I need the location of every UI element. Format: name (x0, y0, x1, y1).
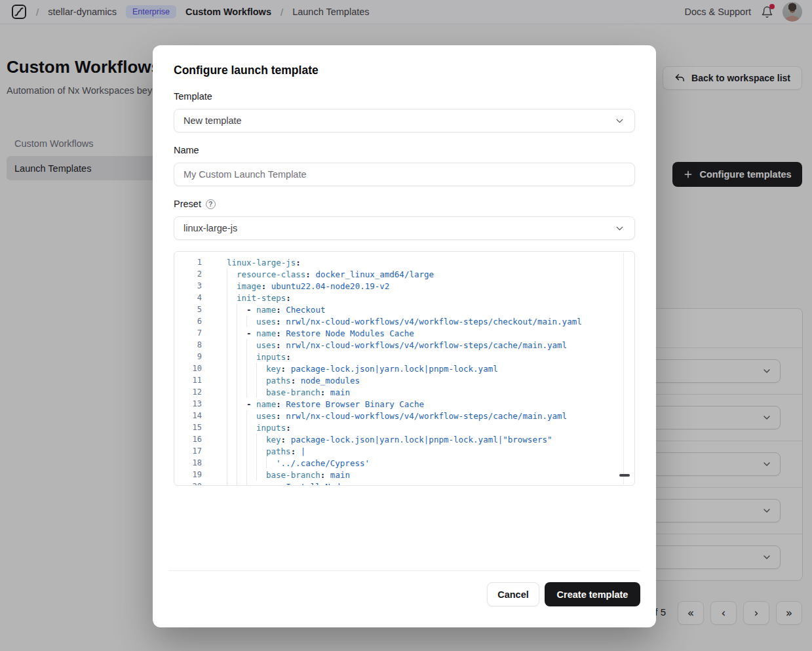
indent-guide (256, 469, 266, 481)
indent-guide (256, 457, 266, 469)
code-line: 10key: package-lock.json|yarn.lock|pnpm-… (174, 363, 634, 374)
indent-guide (246, 410, 256, 422)
indent-guide (227, 292, 237, 304)
indent-guide (246, 481, 256, 486)
code-line: 1linux-large-js: (174, 256, 634, 268)
code-line: 12base-branch: main (174, 386, 634, 398)
line-number: 8 (174, 340, 202, 349)
indent-guide (246, 457, 256, 469)
chevron-down-icon (614, 115, 625, 127)
indent-guide (237, 410, 246, 422)
indent-guide (256, 363, 266, 374)
indent-guide (256, 374, 266, 386)
line-number: 13 (174, 399, 202, 408)
preset-field-label: Preset ? (174, 199, 216, 209)
line-number: 2 (174, 269, 202, 279)
indent-guide (227, 410, 237, 422)
indent-guide (237, 339, 246, 351)
name-field-label: Name (174, 145, 199, 155)
indent-guide (227, 422, 237, 433)
indent-guide (227, 351, 237, 363)
line-number: 14 (174, 411, 202, 420)
indent-guide (237, 386, 246, 398)
line-number: 1 (174, 258, 202, 267)
code-line: 7- name: Restore Node Modules Cache (174, 327, 634, 339)
indent-guide (237, 433, 246, 445)
indent-guide (256, 386, 266, 398)
line-number: 16 (174, 435, 202, 444)
code-line: 8uses: nrwl/nx-cloud-workflows/v4/workfl… (174, 339, 634, 351)
indent-guide (227, 268, 237, 280)
name-input[interactable] (174, 163, 635, 186)
code-line: 6uses: nrwl/nx-cloud-workflows/v4/workfl… (174, 315, 634, 327)
chevron-down-icon (614, 223, 625, 234)
indent-guide (237, 327, 246, 339)
preset-select-value: linux-large-js (184, 223, 237, 233)
code-line: 4init-steps: (174, 292, 634, 304)
line-number: 5 (174, 305, 202, 314)
line-number: 12 (174, 387, 202, 397)
help-circle-icon[interactable]: ? (206, 199, 216, 209)
code-line: 19base-branch: main (174, 469, 634, 481)
indent-guide (227, 457, 237, 469)
code-line: 9inputs: (174, 351, 634, 363)
template-field-label: Template (174, 91, 212, 102)
line-number: 9 (174, 352, 202, 361)
code-line: 16key: package-lock.json|yarn.lock|pnpm-… (174, 433, 634, 445)
editor-scrollbar-thumb[interactable] (619, 474, 630, 477)
code-line: 11paths: node_modules (174, 374, 634, 386)
indent-guide (237, 363, 246, 374)
line-number: 3 (174, 281, 202, 290)
yaml-code-editor[interactable]: 1linux-large-js:2resource-class: docker_… (174, 251, 635, 486)
indent-guide (246, 363, 256, 374)
line-number: 10 (174, 364, 202, 373)
line-number: 4 (174, 293, 202, 302)
indent-guide (246, 351, 256, 363)
indent-guide (227, 445, 237, 457)
indent-guide (237, 445, 246, 457)
indent-guide (227, 374, 237, 386)
create-template-button[interactable]: Create template (545, 582, 640, 606)
preset-label-text: Preset (174, 199, 201, 209)
indent-guide (256, 433, 266, 445)
line-number: 11 (174, 376, 202, 385)
cancel-button[interactable]: Cancel (487, 582, 539, 606)
line-number: 18 (174, 458, 202, 467)
indent-guide (256, 445, 266, 457)
modal-footer-divider (168, 570, 640, 571)
code-line: 13- name: Restore Browser Binary Cache (174, 398, 634, 410)
code-line: 3image: ubuntu22.04-node20.19-v2 (174, 280, 634, 292)
code-line: 18'../.cache/Cypress' (174, 457, 634, 469)
editor-scrollbar-track (623, 252, 624, 484)
indent-guide (227, 433, 237, 445)
template-select-value: New template (184, 115, 242, 126)
indent-guide (227, 304, 237, 315)
code-line: 20name: Install Node (174, 481, 634, 486)
code-line: 5- name: Checkout (174, 304, 634, 315)
code-line: 14uses: nrwl/nx-cloud-workflows/v4/workf… (174, 410, 634, 422)
code-line: 17paths: | (174, 445, 634, 457)
modal-title: Configure launch template (174, 64, 319, 77)
indent-guide (227, 363, 237, 374)
preset-select[interactable]: linux-large-js (174, 216, 635, 240)
indent-guide (237, 304, 246, 315)
indent-guide (246, 469, 256, 481)
indent-guide (266, 457, 276, 469)
configure-launch-template-modal: Configure launch template Template New t… (153, 45, 656, 627)
indent-guide (246, 339, 256, 351)
template-select[interactable]: New template (174, 109, 635, 132)
indent-guide (237, 457, 246, 469)
indent-guide (227, 280, 237, 292)
line-number: 7 (174, 328, 202, 338)
indent-guide (237, 469, 246, 481)
indent-guide (246, 422, 256, 433)
indent-guide (227, 398, 237, 410)
indent-guide (227, 386, 237, 398)
indent-guide (227, 315, 237, 327)
app-screen: / stellar-dynamics Enterprise Custom Wor… (0, 0, 812, 651)
indent-guide (237, 315, 246, 327)
indent-guide (227, 339, 237, 351)
indent-guide (246, 445, 256, 457)
indent-guide (237, 422, 246, 433)
indent-guide (227, 327, 237, 339)
